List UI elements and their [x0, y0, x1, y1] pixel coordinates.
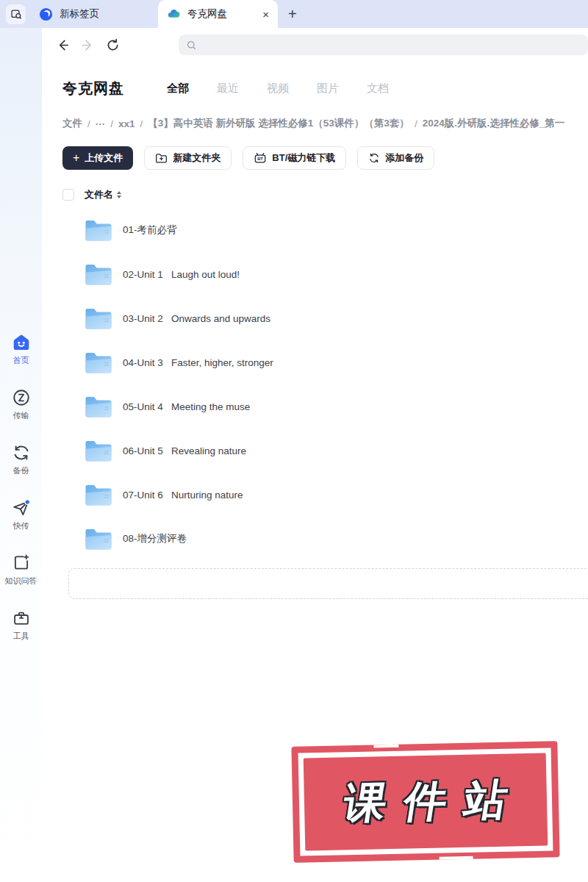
backup-sync-icon: [12, 443, 31, 462]
sidebar-item-label: 首页: [13, 355, 29, 366]
sidebar-item-quick-share[interactable]: 快传: [12, 498, 31, 531]
select-all-checkbox[interactable]: [62, 189, 74, 201]
file-name: 04-Unit 3 Faster, higher, stronger: [123, 357, 273, 368]
stamp-body: 课件站: [304, 753, 548, 851]
sort-toggle-icon[interactable]: [117, 191, 121, 198]
tab-search-icon: [10, 8, 22, 20]
tab-close-icon[interactable]: ×: [262, 9, 269, 20]
sidebar-item-transfer[interactable]: 传输: [12, 388, 31, 421]
tab-document[interactable]: 文档: [367, 82, 389, 96]
watermark-stamp: 课件站: [291, 741, 559, 863]
paper-plane-icon: [12, 498, 31, 517]
file-row[interactable]: 05-Unit 4 Meeting the muse: [62, 384, 588, 429]
watermark-text: 课件站: [322, 771, 529, 833]
browser-tab-quark-drive[interactable]: 夸克网盘 ×: [158, 0, 278, 28]
folder-icon: [85, 395, 112, 418]
file-name: 03-Unit 2 Onwards and upwards: [123, 313, 270, 324]
tab-image[interactable]: 图片: [317, 82, 339, 96]
folder-icon: [85, 527, 112, 551]
plus-icon: +: [73, 151, 79, 165]
file-name: 07-Unit 6 Nurturing nature: [123, 490, 243, 501]
add-backup-button[interactable]: 添加备份: [357, 146, 434, 170]
backup-circle-icon: [368, 152, 380, 164]
forward-button[interactable]: [80, 37, 95, 52]
app-sidebar: 首页 传输: [0, 28, 42, 882]
filename-column-header[interactable]: 文件名: [85, 188, 113, 201]
breadcrumb-item[interactable]: 文件: [62, 117, 82, 130]
page-title: 夸克网盘: [62, 79, 124, 98]
breadcrumb: 文件 / ··· / xx1 / 【3】高中英语 新外研版 选择性必修1（53课…: [62, 116, 588, 131]
search-icon: [186, 40, 197, 51]
sidebar-item-home[interactable]: 首页: [12, 333, 31, 366]
new-folder-button[interactable]: 新建文件夹: [144, 146, 232, 170]
file-row[interactable]: 07-Unit 6 Nurturing nature: [62, 473, 588, 517]
refresh-button[interactable]: [105, 37, 120, 52]
address-search-bar[interactable]: [179, 35, 588, 55]
folder-icon: [85, 351, 112, 374]
toolbar: + 上传文件 新建文件夹 BT: [62, 146, 588, 170]
tab-recent[interactable]: 最近: [217, 82, 239, 96]
sidebar-item-tools[interactable]: 工具: [12, 609, 31, 642]
tab-search-button[interactable]: [6, 4, 26, 24]
svg-text:BT: BT: [257, 157, 263, 161]
file-name: 08-增分测评卷: [123, 532, 187, 545]
file-name: 05-Unit 4 Meeting the muse: [123, 401, 250, 412]
tab-all[interactable]: 全部: [167, 82, 189, 96]
new-tab-button[interactable]: +: [288, 7, 297, 21]
file-row[interactable]: 04-Unit 3 Faster, higher, stronger: [62, 340, 588, 384]
folder-icon: [85, 439, 112, 462]
browser-tabbar: 新标签页 夸克网盘 × +: [0, 0, 588, 28]
quark-browser-icon: [39, 7, 53, 21]
file-name: 01-考前必背: [123, 223, 177, 237]
sidebar-item-label: 传输: [13, 410, 29, 421]
bt-download-icon: BT: [254, 152, 267, 165]
file-row[interactable]: 03-Unit 2 Onwards and upwards: [62, 296, 588, 340]
browser-navbar: [42, 28, 588, 62]
new-folder-icon: [155, 152, 168, 164]
breadcrumb-item-current[interactable]: 2024版.外研版.选择性必修_第一: [423, 117, 565, 130]
home-icon: [12, 333, 31, 352]
breadcrumb-ellipsis[interactable]: ···: [96, 118, 106, 129]
breadcrumb-item[interactable]: xx1: [118, 118, 135, 129]
back-button[interactable]: [55, 37, 70, 52]
filter-tabs: 全部 最近 视频 图片 文档: [167, 82, 389, 96]
drop-zone[interactable]: [68, 568, 588, 599]
bt-magnet-download-button[interactable]: BT BT/磁力链下载: [243, 146, 346, 170]
tab-label: 新标签页: [60, 7, 99, 21]
knowledge-folder-icon: [12, 553, 31, 573]
file-row[interactable]: 01-考前必背: [62, 208, 588, 252]
upload-file-button[interactable]: + 上传文件: [62, 146, 133, 170]
file-name: 06-Unit 5 Revealing nature: [123, 445, 246, 456]
folder-icon: [85, 218, 112, 242]
file-row[interactable]: 06-Unit 5 Revealing nature: [62, 429, 588, 473]
sidebar-item-knowledge-qa[interactable]: 知识问答: [5, 553, 37, 587]
sidebar-item-label: 快传: [13, 520, 29, 531]
browser-tab-newtab[interactable]: 新标签页: [29, 0, 110, 28]
toolbox-icon: [12, 609, 31, 628]
folder-icon: [85, 483, 112, 506]
quark-drive-cloud-icon: [167, 7, 181, 21]
tab-label: 夸克网盘: [187, 7, 256, 21]
transfer-icon: [12, 388, 31, 407]
file-row[interactable]: 02-Unit 1 Laugh out loud!: [62, 252, 588, 296]
tab-video[interactable]: 视频: [267, 82, 289, 96]
folder-icon: [85, 262, 112, 286]
folder-icon: [85, 306, 112, 330]
sidebar-item-backup[interactable]: 备份: [12, 443, 31, 476]
file-row[interactable]: 08-增分测评卷: [62, 517, 588, 561]
sidebar-item-label: 备份: [13, 465, 29, 476]
file-list-header: 文件名: [62, 187, 588, 202]
file-list: 01-考前必背 02-Unit 1 Laugh out loud! 03-Uni…: [62, 208, 588, 561]
main-content: 夸克网盘 全部 最近 视频 图片 文档 文件 / ··· / xx1 / 【3】…: [42, 77, 588, 599]
breadcrumb-item[interactable]: 【3】高中英语 新外研版 选择性必修1（53课件）（第3套）: [148, 117, 409, 130]
file-name: 02-Unit 1 Laugh out loud!: [123, 269, 240, 280]
sidebar-item-label: 工具: [13, 631, 29, 642]
sidebar-item-label: 知识问答: [5, 576, 37, 587]
